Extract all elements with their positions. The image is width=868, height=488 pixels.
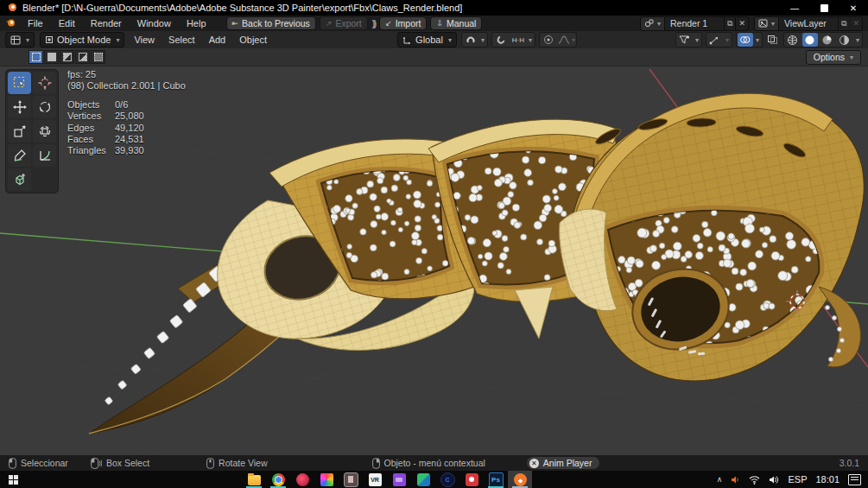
viewlayer-name: ViewLayer (779, 18, 838, 29)
remove-viewlayer-icon[interactable]: ✕ (849, 17, 862, 30)
tool-scale[interactable] (8, 120, 31, 143)
menu-help[interactable]: Help (179, 16, 214, 31)
volume-mixer-icon[interactable] (731, 475, 740, 485)
snap-target-button[interactable]: ▾ (461, 32, 488, 48)
stop-player-icon[interactable]: ✕ (529, 459, 539, 468)
taskbar-icon-gallery[interactable] (339, 471, 363, 488)
shading-solid-button[interactable] (802, 33, 818, 47)
select-set-button[interactable] (29, 50, 43, 64)
export-button[interactable]: ↗ Export (320, 16, 368, 30)
xray-toggle-button[interactable] (765, 33, 781, 47)
tool-settings-bar: Options▾ (0, 48, 868, 67)
action-center-icon[interactable] (848, 474, 861, 485)
tool-select-box[interactable] (8, 72, 31, 94)
tool-measure[interactable] (33, 144, 56, 167)
editor-type-button[interactable]: ▾ (5, 32, 35, 48)
import-button[interactable]: ↙ Import (379, 16, 427, 30)
viewport-3d[interactable]: fps: 25 (98) Collection 2.001 | Cubo Obj… (0, 66, 868, 455)
tool-transform[interactable] (33, 120, 56, 143)
claw-model (89, 93, 864, 434)
taskbar-icons: VRCPs (242, 471, 532, 488)
file-explorer-icon (248, 475, 261, 485)
language-indicator[interactable]: ESP (788, 474, 807, 485)
tray-expand-icon[interactable]: ∧ (717, 475, 723, 484)
taskbar-icon-capture-c[interactable]: C (435, 471, 459, 488)
remote-display-icon (393, 473, 406, 486)
close-button[interactable]: ✕ (839, 0, 868, 16)
shading-rendered-button[interactable] (837, 33, 852, 47)
viewlayer-selector[interactable]: ▾ ViewLayer ⧉ ✕ (754, 16, 863, 31)
magnet-icon (493, 33, 509, 47)
wifi-icon[interactable] (749, 475, 760, 485)
unlink-scene-icon[interactable]: ✕ (735, 17, 748, 30)
taskbar-icon-photoshop[interactable]: Ps (484, 471, 508, 488)
menu-edit[interactable]: Edit (51, 16, 83, 31)
select-intersect-button[interactable] (91, 50, 105, 64)
menu-object[interactable]: Object (232, 31, 274, 48)
start-button[interactable] (0, 471, 26, 488)
taskbar-icon-chrome[interactable] (266, 471, 290, 488)
object-visibility-button[interactable]: ▾ (675, 32, 702, 48)
taskbar-icon-file-explorer[interactable] (242, 471, 266, 488)
back-to-previous-button[interactable]: ⇤ Back to Previous (226, 16, 316, 30)
menu-render[interactable]: Render (83, 16, 130, 31)
mouse-left-icon (9, 458, 16, 469)
tool-cursor[interactable] (33, 72, 56, 94)
viewport-header: ▾ Object Mode ▾ View Select Add Object G… (0, 31, 868, 48)
shading-wireframe-button[interactable] (785, 33, 801, 47)
taskbar-icon-photos[interactable] (314, 471, 339, 488)
tool-add-cube[interactable] (8, 168, 31, 191)
new-viewlayer-icon[interactable]: ⧉ (838, 17, 849, 30)
screen-recorder-icon (466, 473, 478, 486)
new-scene-icon[interactable]: ⧉ (724, 17, 735, 30)
photoshop-icon: Ps (489, 472, 504, 487)
mode-selector[interactable]: Object Mode ▾ (40, 32, 124, 48)
taskbar-icon-bluestacks[interactable] (411, 471, 435, 488)
speaker-icon[interactable] (769, 475, 779, 485)
menu-add[interactable]: Add (202, 31, 233, 48)
scene-selector[interactable]: ▾ Render 1 ⧉ ✕ (640, 16, 749, 31)
taskbar-icon-substance-painter[interactable] (290, 471, 314, 488)
menu-window[interactable]: Window (130, 16, 179, 31)
proportional-editing-button[interactable] (541, 33, 556, 47)
menu-view[interactable]: View (127, 31, 162, 48)
export-icon: ↗ (326, 19, 333, 28)
mouse-right-icon (372, 458, 380, 469)
workflow-chevrons-icon: )) (372, 18, 375, 29)
options-button[interactable]: Options▾ (806, 50, 861, 65)
menu-file[interactable]: File (20, 16, 51, 31)
maximize-icon (820, 4, 828, 12)
manual-button[interactable]: ⇩ Manual (430, 16, 482, 30)
shading-mode-group: ▾ (783, 32, 863, 48)
clock[interactable]: 18:01 (815, 474, 839, 485)
shading-material-button[interactable] (820, 33, 835, 47)
select-subtract-button[interactable] (60, 50, 74, 64)
maximize-button[interactable] (809, 0, 839, 16)
taskbar-icon-remote-display[interactable] (387, 471, 411, 488)
select-invert-button[interactable] (75, 50, 90, 64)
gizmos-button[interactable]: ▾ (706, 32, 732, 48)
anim-player-status[interactable]: ✕ Anim Player (527, 457, 600, 469)
fps-readout: fps: 25 (67, 69, 186, 80)
proportional-editing-group: ▾ (539, 32, 577, 48)
menu-select[interactable]: Select (162, 31, 202, 48)
blender-menu-logo-icon[interactable] (5, 17, 16, 29)
viewport-toolbar (5, 69, 59, 193)
snapping-options-button[interactable]: H·H ▾ (491, 32, 535, 48)
taskbar-icon-blender[interactable] (508, 471, 532, 488)
proportional-falloff-button[interactable]: ▾ (558, 33, 575, 47)
taskbar-icon-screen-recorder[interactable] (459, 471, 484, 488)
overlays-button[interactable]: ▾ (736, 32, 763, 48)
taskbar-icon-vr-app[interactable]: VR (363, 471, 387, 488)
select-extend-button[interactable] (44, 50, 59, 64)
system-tray: ∧ ESP 18:01 (717, 471, 868, 488)
tool-move[interactable] (8, 96, 31, 118)
transform-orientation-selector[interactable]: Global ▾ (397, 32, 457, 48)
tool-annotate[interactable] (8, 144, 31, 167)
gallery-icon (344, 472, 358, 487)
chrome-icon (272, 473, 285, 486)
minimize-button[interactable]: — (780, 0, 809, 16)
select-mode-group (29, 50, 105, 64)
tool-rotate[interactable] (33, 96, 56, 118)
active-object: (98) Collection 2.001 | Cubo (67, 80, 186, 92)
